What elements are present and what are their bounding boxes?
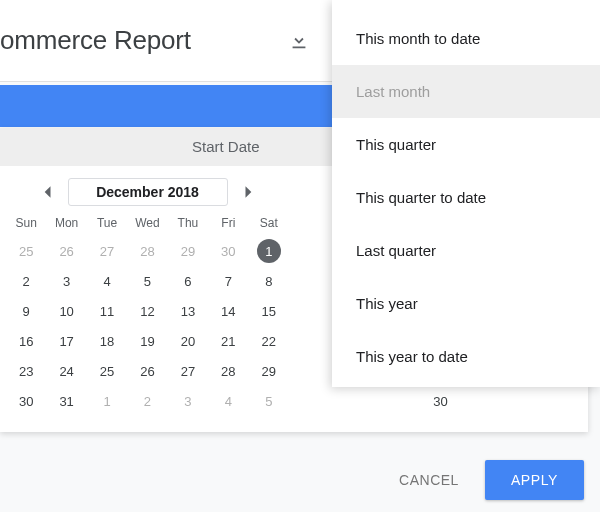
calendar-day[interactable]: 6 bbox=[168, 266, 208, 296]
calendar-day[interactable]: 9 bbox=[6, 296, 46, 326]
calendar-day[interactable]: 10 bbox=[46, 296, 86, 326]
dow-label: Mon bbox=[46, 210, 86, 236]
calendar-day[interactable]: 22 bbox=[249, 326, 289, 356]
calendar-day[interactable]: 4 bbox=[87, 266, 127, 296]
dow-label: Fri bbox=[208, 210, 248, 236]
calendar-day[interactable]: 20 bbox=[168, 326, 208, 356]
calendar-day[interactable]: 8 bbox=[249, 266, 289, 296]
calendar-day[interactable]: 15 bbox=[249, 296, 289, 326]
calendar-day[interactable]: 30 bbox=[299, 386, 582, 416]
calendar-day[interactable]: 3 bbox=[46, 266, 86, 296]
calendar-day[interactable]: 30 bbox=[6, 386, 46, 416]
dow-label: Thu bbox=[168, 210, 208, 236]
preset-range-item[interactable]: Last quarter bbox=[332, 224, 600, 277]
calendar-day[interactable]: 5 bbox=[249, 386, 289, 416]
prev-month-icon[interactable] bbox=[32, 177, 62, 207]
preset-range-item[interactable]: This month to date bbox=[332, 12, 600, 65]
calendar-day[interactable]: 23 bbox=[6, 356, 46, 386]
dow-label: Tue bbox=[87, 210, 127, 236]
calendar-day[interactable]: 27 bbox=[168, 356, 208, 386]
calendar-day[interactable]: 26 bbox=[46, 236, 86, 266]
calendar-day[interactable]: 28 bbox=[208, 356, 248, 386]
calendar-day[interactable]: 4 bbox=[208, 386, 248, 416]
calendar-day[interactable]: 13 bbox=[168, 296, 208, 326]
preset-range-item[interactable]: This year to date bbox=[332, 330, 600, 383]
download-icon[interactable] bbox=[288, 30, 310, 56]
calendar-day[interactable]: 25 bbox=[87, 356, 127, 386]
calendar-day[interactable]: 7 bbox=[208, 266, 248, 296]
calendar-day[interactable]: 27 bbox=[87, 236, 127, 266]
preset-range-item[interactable]: Last month bbox=[332, 65, 600, 118]
calendar-day[interactable]: 12 bbox=[127, 296, 167, 326]
calendar-day[interactable]: 16 bbox=[6, 326, 46, 356]
preset-range-dropdown: This month to dateLast monthThis quarter… bbox=[332, 0, 600, 387]
action-buttons: CANCEL APPLY bbox=[383, 460, 584, 500]
next-month-icon[interactable] bbox=[234, 177, 264, 207]
calendar-day[interactable]: 17 bbox=[46, 326, 86, 356]
calendar-day[interactable]: 26 bbox=[127, 356, 167, 386]
calendar-day[interactable]: 28 bbox=[127, 236, 167, 266]
calendar-day[interactable]: 19 bbox=[127, 326, 167, 356]
calendar-start: December 2018 SunMonTueWedThuFriSat25262… bbox=[6, 174, 289, 416]
dow-label: Sat bbox=[249, 210, 289, 236]
calendar-day[interactable]: 24 bbox=[46, 356, 86, 386]
preset-range-item[interactable]: This quarter bbox=[332, 118, 600, 171]
calendar-day[interactable]: 2 bbox=[6, 266, 46, 296]
calendar-day[interactable]: 31 bbox=[46, 386, 86, 416]
preset-range-item[interactable]: This quarter to date bbox=[332, 171, 600, 224]
apply-button[interactable]: APPLY bbox=[485, 460, 584, 500]
calendar-day[interactable]: 18 bbox=[87, 326, 127, 356]
dow-label: Wed bbox=[127, 210, 167, 236]
calendar-day[interactable]: 1 bbox=[249, 236, 289, 266]
calendar-day[interactable]: 11 bbox=[87, 296, 127, 326]
page-title: ommerce Report bbox=[0, 25, 191, 56]
calendar-day[interactable]: 1 bbox=[87, 386, 127, 416]
calendar-day[interactable]: 3 bbox=[168, 386, 208, 416]
calendar-day[interactable]: 14 bbox=[208, 296, 248, 326]
calendar-day[interactable]: 25 bbox=[6, 236, 46, 266]
month-select[interactable]: December 2018 bbox=[68, 178, 228, 206]
calendar-nav: December 2018 bbox=[6, 174, 289, 210]
calendar-grid: SunMonTueWedThuFriSat2526272829301234567… bbox=[6, 210, 289, 416]
calendar-day[interactable]: 29 bbox=[249, 356, 289, 386]
calendar-day[interactable]: 29 bbox=[168, 236, 208, 266]
preset-range-item[interactable]: This year bbox=[332, 277, 600, 330]
calendar-day[interactable]: 21 bbox=[208, 326, 248, 356]
cancel-button[interactable]: CANCEL bbox=[383, 462, 475, 498]
calendar-day[interactable]: 5 bbox=[127, 266, 167, 296]
calendar-day[interactable]: 30 bbox=[208, 236, 248, 266]
dow-label: Sun bbox=[6, 210, 46, 236]
calendar-day[interactable]: 2 bbox=[127, 386, 167, 416]
